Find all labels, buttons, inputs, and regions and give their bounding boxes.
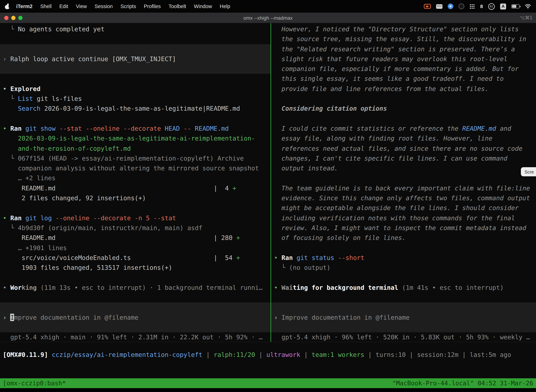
keyboard-icon[interactable] xyxy=(436,4,442,9)
text-segment: evidence. Since this change only affects… xyxy=(274,194,530,202)
text-segment: 2 files changed, 92 insertions(+) xyxy=(3,194,146,202)
omx-last: last:5m ago xyxy=(470,351,511,358)
text-segment: + xyxy=(236,234,240,241)
line-content: might be acceptable alongside the file l… xyxy=(271,203,536,213)
terminal-line: provide file and line references from th… xyxy=(271,84,536,94)
line-content: • Ran git log --oneline --decorate -n 5 … xyxy=(0,213,270,223)
wifi-icon[interactable] xyxy=(525,4,531,9)
text-segment: | xyxy=(255,351,266,358)
terminal-line: src/voice/voiceModeEnabled.ts | 54 + xyxy=(0,253,270,263)
terminal-line: including verification notes with those … xyxy=(271,213,536,223)
close-button[interactable] xyxy=(4,16,9,20)
text-segment: • xyxy=(3,284,10,291)
text-segment: review. Also, I might want to inspect th… xyxy=(274,224,526,232)
line-content: gpt-5.4 xhigh · main · 91% left · 2.31M … xyxy=(0,332,270,342)
text-segment: … +1901 lines xyxy=(3,244,67,251)
prompt-input-left[interactable]: › Improve documentation in @filename xyxy=(0,303,270,332)
text-segment: output instead. xyxy=(274,164,338,172)
line-content: • Explored xyxy=(0,84,270,94)
text-segment: 067f154 (HEAD -> essay/ai-reimplementati… xyxy=(18,154,244,162)
browser-icon[interactable] xyxy=(448,4,453,9)
terminal-line: Search 2026-03-09-is-legal-the-same-as-l… xyxy=(0,104,270,114)
prompt-input-right[interactable]: › Improve documentation in @filename xyxy=(271,303,536,332)
omx-status-bar: [OMX#0.11.9] cczip/essay/ai-reimplementa… xyxy=(0,342,536,378)
line-content: • Waiting for background terminal (1m 41… xyxy=(271,283,536,293)
blank-line xyxy=(0,34,270,44)
text-segment: + xyxy=(232,184,236,192)
blank-line xyxy=(271,273,536,283)
battery-icon[interactable] xyxy=(511,4,519,9)
terminal-line: • Ran git log --oneline --decorate -n 5 … xyxy=(0,213,270,223)
line-content: companion analysis without altering the … xyxy=(0,163,270,173)
text-segment: provide file and line references from th… xyxy=(274,85,488,92)
blank-line xyxy=(0,203,270,213)
text-segment: No agents completed yet xyxy=(18,25,105,33)
model-status-right: gpt-5.4 xhigh · 96% left · 520K in · 5.8… xyxy=(271,332,536,342)
text-segment: git status xyxy=(297,254,334,261)
text-segment: companion analysis without altering the … xyxy=(3,164,259,172)
menu-scripts[interactable]: Scripts xyxy=(117,4,140,9)
bottom-strip xyxy=(0,388,536,392)
line-content: README.md | 4 + xyxy=(0,183,270,193)
text-segment: 4b9d30f (origin/main, instructkr/main, m… xyxy=(18,224,202,232)
line-content: • Ran git status --short xyxy=(271,253,536,263)
text-segment: slight risk that future readers may over… xyxy=(274,55,507,62)
text-segment: └ xyxy=(3,25,18,33)
menu-toolbelt[interactable]: Toolbelt xyxy=(165,4,190,9)
key-icon[interactable]: 8 xyxy=(480,4,483,9)
input-source-icon[interactable]: A xyxy=(500,3,506,9)
line-content: gpt-5.4 xhigh · 96% left · 520K in · 5.8… xyxy=(271,332,536,342)
text-segment: • xyxy=(3,85,10,92)
text-segment: However, I noticed the "Directory Struct… xyxy=(274,25,519,33)
terminal-line: essay file, along with finding root file… xyxy=(271,134,536,144)
text-segment xyxy=(56,184,214,192)
line-content: the "Related research writing" section i… xyxy=(271,44,536,54)
blank-line xyxy=(0,74,270,84)
text-segment: and xyxy=(496,125,511,132)
menu-shell[interactable]: Shell xyxy=(36,4,56,9)
blank-line xyxy=(271,243,536,253)
text-segment: › xyxy=(3,313,10,321)
line-content: of focusing solely on file lines. xyxy=(271,233,536,243)
menu-view[interactable]: View xyxy=(72,4,91,9)
minimize-button[interactable] xyxy=(11,16,15,20)
menu-profiles[interactable]: Profiles xyxy=(140,4,165,9)
tmux-window-label[interactable]: [omx-cczip0:bash* xyxy=(3,380,66,387)
screen-recording-indicator-icon[interactable] xyxy=(424,4,431,9)
terminal-line: output instead. xyxy=(271,163,536,173)
menu-help[interactable]: Help xyxy=(216,4,234,9)
line-content: and-the-erosion-of-copyleft.md xyxy=(0,144,270,154)
text-segment: the "Related research writing" section i… xyxy=(274,45,515,52)
menu-bar-status-icons: 8 61 A xyxy=(424,3,531,10)
zoom-button[interactable] xyxy=(18,16,23,20)
apple-icon[interactable] xyxy=(5,4,10,9)
text-segment xyxy=(131,254,214,261)
menu-session[interactable]: Session xyxy=(91,4,117,9)
terminal-line: this single essay, it seems like a good … xyxy=(271,74,536,84)
line-content: … +2 lines xyxy=(0,173,270,183)
menu-items: iTerm2ShellEditViewSessionScriptsProfile… xyxy=(5,4,234,9)
line-content: Considering citation options xyxy=(271,104,536,114)
menu-iterm2[interactable]: iTerm2 xyxy=(12,4,36,9)
text-segment: 2026-03-09-is-legal-the-same-as-legitima… xyxy=(18,135,255,142)
terminal-line: … +1901 lines xyxy=(0,243,270,253)
gauge-icon[interactable]: 61 xyxy=(488,3,495,10)
line-content: └ No agents completed yet xyxy=(0,24,270,34)
menu-window[interactable]: Window xyxy=(190,4,216,9)
tmux-status-bar: [omx-cczip0:bash* "MacBook-Pro-44.local"… xyxy=(0,378,536,388)
readme-link: README.md xyxy=(462,125,496,132)
text-segment xyxy=(293,254,297,261)
text-segment: | xyxy=(300,351,312,358)
terminal-line: the "Related research writing" section i… xyxy=(271,44,536,54)
terminal-line: the source tree, missing the essay. Stil… xyxy=(271,34,536,44)
menu-edit[interactable]: Edit xyxy=(55,4,72,9)
text-segment: --stat --oneline --decorate xyxy=(56,125,161,132)
terminal-circle-icon[interactable] xyxy=(459,4,464,9)
text-segment: List xyxy=(18,95,33,102)
line-content: changes, I can't cite specific file line… xyxy=(271,154,536,163)
line-content: provide file and line references from th… xyxy=(271,84,536,94)
grid-icon[interactable] xyxy=(469,4,475,9)
text-segment: | xyxy=(202,351,214,358)
terminal-line: └ List git ls-files xyxy=(0,94,270,104)
text-cursor: I xyxy=(10,313,14,321)
